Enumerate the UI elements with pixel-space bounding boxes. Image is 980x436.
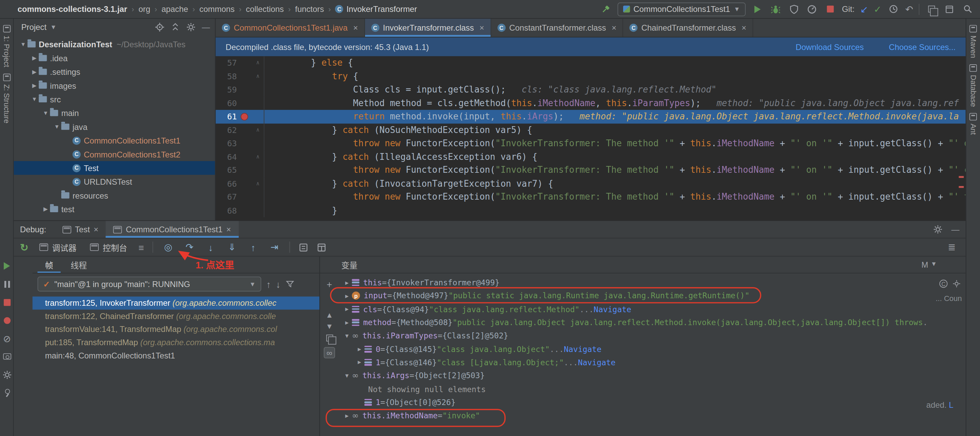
coverage-button[interactable] (788, 3, 800, 15)
stack-frame[interactable]: transform:122, ChainedTransformer (org.a… (32, 309, 319, 323)
tree-item[interactable]: CCommonCollections1Test2 (14, 147, 215, 161)
close-tab-icon[interactable]: × (479, 23, 484, 33)
pause-button[interactable] (2, 279, 12, 289)
step-into-icon[interactable]: ↓ (205, 242, 217, 252)
tree-expand-arrow[interactable]: ▼ (30, 96, 39, 102)
run-button[interactable] (751, 3, 764, 15)
restore-layout-icon[interactable]: ≣ (948, 241, 956, 253)
frame-down-icon[interactable]: ↓ (276, 279, 281, 289)
tree-expand-arrow[interactable]: ▶ (30, 55, 39, 61)
variable-row[interactable]: ▶∞this.iMethodName = "invoke" (339, 409, 928, 422)
variable-row[interactable]: ▶cls = {Class@94} "class java.lang.refle… (339, 302, 928, 316)
navigate-link[interactable]: Navigate (593, 304, 631, 314)
breadcrumb-item[interactable]: commons (200, 5, 235, 14)
choose-sources-link[interactable]: Choose Sources... (889, 42, 956, 52)
variable-row[interactable]: ▶this = {InvokerTransformer@499} (339, 276, 928, 289)
breadcrumb-item[interactable]: CInvokerTransformer (335, 5, 417, 14)
view-breakpoints-button[interactable] (2, 315, 12, 325)
breadcrumb-item[interactable]: apache (161, 5, 188, 14)
debug-session-tab[interactable]: CommonCollections1Test1× (106, 221, 239, 238)
chevron-down-icon[interactable]: ▼ (50, 24, 57, 30)
git-update-icon[interactable]: ↙ (860, 5, 868, 14)
breadcrumb-item[interactable]: functors (295, 5, 324, 14)
pin-icon[interactable] (2, 388, 12, 398)
rerun-debug-icon[interactable]: ↻ (20, 241, 29, 253)
code-editor[interactable]: 57∧ } else {58∧ try {59 Class cls = inpu… (216, 56, 966, 220)
close-tab-icon[interactable]: × (353, 23, 358, 33)
tree-item[interactable]: ▼DeserializationTest~/Desktop/JavaTes (14, 37, 215, 51)
stack-frame[interactable]: transform:125, InvokerTransformer (org.a… (32, 296, 319, 310)
tree-item[interactable]: CCommonCollections1Test1 (14, 134, 215, 147)
tool-button-structure[interactable]: Z: Structure (0, 73, 13, 123)
move-watch-down-icon[interactable]: ▼ (324, 321, 335, 332)
expand-arrow[interactable]: ▶ (342, 306, 352, 312)
variable-row[interactable]: Not showing null elements (339, 382, 928, 396)
step-over-icon[interactable]: ↷ (183, 241, 196, 253)
tree-item[interactable]: ▶images (14, 79, 215, 92)
run-to-cursor-icon[interactable]: ⇥ (268, 241, 281, 253)
expand-arrow[interactable]: ▶ (355, 346, 364, 352)
thread-selector[interactable]: ✓ "main"@1 in group "main": RUNNING ▼ (37, 276, 261, 292)
frames-tab[interactable]: 线程 (63, 257, 94, 273)
expand-arrow[interactable]: ▶ (342, 412, 352, 419)
debug-session-tab[interactable]: Test× (55, 221, 105, 238)
layout-settings-icon[interactable] (317, 243, 326, 252)
editor-gutter[interactable]: 66∧ (216, 177, 269, 190)
close-tab-icon[interactable]: × (226, 225, 231, 234)
history-icon[interactable] (887, 3, 900, 15)
editor-tab[interactable]: CChainedTransformer.class× (623, 19, 753, 37)
stop-debug-button[interactable] (2, 297, 12, 307)
tree-item[interactable]: CTest (14, 161, 215, 175)
breadcrumb-item[interactable]: collections (246, 5, 284, 14)
stop-button[interactable] (824, 3, 836, 15)
resume-button[interactable] (2, 261, 12, 271)
settings-icon[interactable] (2, 370, 12, 379)
editor-gutter[interactable]: 64∧ (216, 150, 269, 163)
close-tab-icon[interactable]: × (741, 23, 746, 33)
memory-view-toggle[interactable]: M▼ (921, 260, 937, 270)
tree-expand-arrow[interactable]: ▶ (41, 206, 50, 212)
editor-gutter[interactable]: 60 (216, 97, 269, 110)
tab-debugger[interactable]: 调试器 (37, 241, 79, 253)
class-filter-icon[interactable]: C (939, 279, 948, 288)
fold-marker[interactable]: ∧ (252, 177, 264, 190)
navigate-link[interactable]: Navigate (578, 358, 616, 367)
gear-icon[interactable] (186, 22, 196, 32)
git-commit-icon[interactable]: ✓ (874, 5, 881, 14)
tool-button-ant[interactable]: Ant (966, 113, 980, 135)
tree-expand-arrow[interactable]: ▼ (52, 124, 61, 130)
expand-arrow[interactable]: ▼ (342, 333, 352, 339)
variable-row[interactable]: 1 = {Object[0]@526} (339, 396, 928, 409)
editor-gutter[interactable]: 62∧ (216, 124, 269, 137)
fold-marker[interactable]: ∧ (252, 56, 264, 70)
tab-console[interactable]: 控制台 (88, 241, 130, 253)
tool-button-database[interactable]: Database (966, 64, 980, 107)
variable-row[interactable]: ▶1 = {Class@146} "class [Ljava.lang.Obje… (339, 356, 928, 369)
debug-settings-gear-icon[interactable] (933, 225, 943, 234)
tree-item[interactable]: ▶test (14, 202, 215, 216)
debug-button[interactable] (770, 3, 782, 15)
breadcrumb-item[interactable]: commons-collections-3.1.jar (18, 5, 127, 14)
show-watches-icon[interactable]: ∞ (324, 347, 335, 358)
stack-frame[interactable]: transformValue:141, TransformedMap (org.… (32, 323, 319, 336)
breadcrumb-item[interactable]: org (138, 5, 151, 14)
variable-row[interactable]: ▶0 = {Class@145} "class java.lang.Object… (339, 342, 928, 356)
fold-marker[interactable]: ∧ (252, 124, 264, 137)
stack-frame[interactable]: put:185, TransformedMap (org.apache.comm… (32, 336, 319, 349)
mute-breakpoints-button[interactable]: ⊘ (2, 333, 12, 343)
navigate-link[interactable]: Navigate (564, 344, 602, 354)
editor-tab[interactable]: CConstantTransformer.class× (491, 19, 623, 37)
tree-item[interactable]: ▼main (14, 106, 215, 120)
rollback-icon[interactable]: ↶ (905, 5, 913, 14)
fold-marker[interactable]: ∧ (252, 150, 264, 163)
variable-row[interactable]: ▶method = {Method@508} "public java.lang… (339, 316, 928, 329)
locate-file-icon[interactable] (155, 22, 164, 32)
editor-gutter[interactable]: 68 (216, 204, 269, 217)
window-icon[interactable] (943, 3, 956, 15)
breakpoint-icon[interactable] (241, 113, 248, 120)
tree-expand-arrow[interactable]: ▶ (30, 69, 39, 75)
editor-gutter[interactable]: 65 (216, 163, 269, 177)
list-icon[interactable]: ≡ (138, 242, 144, 252)
screenshot-icon[interactable] (2, 351, 12, 361)
editor-gutter[interactable]: 67 (216, 190, 269, 204)
